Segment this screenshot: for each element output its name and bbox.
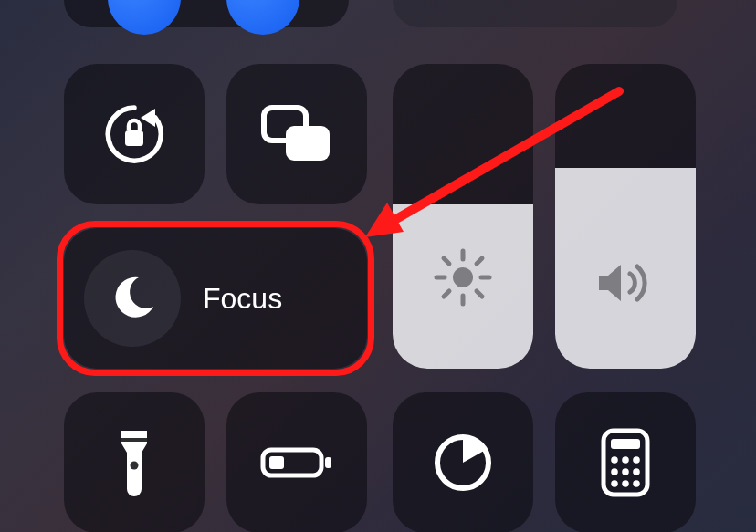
svg-rect-3 bbox=[286, 126, 330, 161]
toggle-circle[interactable] bbox=[226, 0, 299, 35]
upper-right-tile[interactable] bbox=[393, 0, 677, 27]
focus-label: Focus bbox=[203, 282, 282, 316]
svg-point-21 bbox=[611, 456, 618, 464]
svg-rect-1 bbox=[125, 130, 143, 146]
battery-icon bbox=[259, 443, 334, 483]
moon-icon bbox=[108, 274, 157, 323]
timer-button[interactable] bbox=[393, 392, 533, 532]
screen-mirroring-button[interactable] bbox=[226, 64, 367, 204]
svg-point-23 bbox=[633, 456, 640, 464]
svg-point-24 bbox=[611, 468, 618, 475]
speaker-icon bbox=[555, 257, 696, 308]
svg-point-4 bbox=[453, 267, 473, 287]
svg-line-10 bbox=[477, 291, 482, 297]
svg-rect-20 bbox=[611, 439, 640, 449]
svg-point-26 bbox=[633, 468, 640, 475]
svg-line-9 bbox=[444, 258, 449, 264]
volume-slider[interactable] bbox=[555, 64, 696, 369]
svg-line-11 bbox=[444, 291, 449, 297]
svg-rect-13 bbox=[121, 438, 147, 442]
svg-rect-17 bbox=[325, 457, 331, 468]
toggle-circle[interactable] bbox=[108, 0, 181, 35]
low-power-button[interactable] bbox=[226, 392, 367, 532]
orientation-lock-icon bbox=[100, 100, 168, 168]
timer-icon bbox=[431, 431, 495, 495]
upper-large-tile[interactable] bbox=[64, 0, 349, 27]
calculator-button[interactable] bbox=[555, 392, 696, 532]
svg-line-12 bbox=[477, 258, 482, 264]
svg-point-29 bbox=[633, 480, 640, 487]
orientation-lock-button[interactable] bbox=[64, 64, 205, 204]
calculator-icon bbox=[600, 428, 651, 497]
svg-marker-0 bbox=[141, 109, 155, 127]
svg-point-27 bbox=[611, 480, 618, 487]
svg-point-28 bbox=[622, 480, 629, 487]
flashlight-icon bbox=[113, 425, 155, 500]
brightness-slider[interactable] bbox=[393, 64, 533, 369]
screen-mirroring-icon bbox=[258, 104, 335, 164]
svg-rect-16 bbox=[269, 456, 284, 469]
svg-point-25 bbox=[622, 468, 629, 475]
focus-tile[interactable]: Focus bbox=[64, 228, 367, 369]
sun-icon bbox=[393, 246, 533, 308]
flashlight-button[interactable] bbox=[64, 392, 205, 532]
focus-icon-wrap bbox=[84, 250, 181, 347]
svg-point-22 bbox=[622, 456, 629, 464]
svg-point-14 bbox=[131, 462, 139, 470]
